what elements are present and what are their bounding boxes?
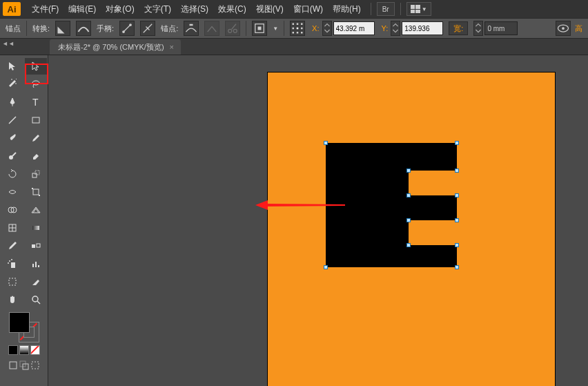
menu-view[interactable]: 视图(V) bbox=[252, 2, 288, 17]
anchor-point[interactable] bbox=[455, 168, 459, 173]
svg-rect-14 bbox=[293, 28, 295, 30]
bridge-button[interactable]: Br bbox=[377, 2, 395, 16]
close-icon[interactable]: × bbox=[170, 43, 174, 51]
canvas-area[interactable] bbox=[48, 55, 588, 386]
connect-anchor-button[interactable] bbox=[204, 21, 219, 36]
anchor-point[interactable] bbox=[406, 168, 411, 173]
svg-rect-25 bbox=[32, 117, 39, 123]
handle-show-button[interactable] bbox=[119, 21, 135, 36]
svg-rect-40 bbox=[11, 262, 15, 268]
menu-window[interactable]: 窗口(W) bbox=[289, 2, 327, 17]
color-mode-button[interactable] bbox=[8, 345, 18, 355]
document-tab-title: 未标题-2* @ 70% (CMYK/预览) bbox=[58, 42, 164, 52]
svg-point-41 bbox=[9, 260, 10, 262]
handle-hide-button[interactable] bbox=[140, 21, 155, 36]
direct-selection-tool[interactable] bbox=[25, 58, 47, 75]
draw-normal-button[interactable] bbox=[8, 360, 18, 370]
anchor-point[interactable] bbox=[406, 193, 411, 197]
draw-behind-button[interactable] bbox=[19, 360, 29, 370]
line-segment-tool[interactable] bbox=[1, 112, 23, 128]
y-input[interactable] bbox=[402, 21, 443, 35]
x-input[interactable] bbox=[333, 21, 375, 35]
reference-point-button[interactable] bbox=[290, 21, 305, 36]
convert-corner-button[interactable] bbox=[55, 21, 70, 36]
blob-brush-tool[interactable] bbox=[1, 148, 23, 164]
document-tab[interactable]: 未标题-2* @ 70% (CMYK/预览) × bbox=[50, 39, 181, 55]
menu-effect[interactable]: 效果(C) bbox=[214, 2, 251, 17]
menu-object[interactable]: 对象(O) bbox=[101, 2, 138, 17]
rectangle-tool[interactable] bbox=[25, 112, 47, 128]
anchor-point[interactable] bbox=[455, 265, 459, 269]
svg-rect-19 bbox=[301, 32, 303, 34]
width-tool[interactable] bbox=[1, 184, 23, 200]
zoom-tool[interactable] bbox=[25, 291, 47, 308]
svg-rect-45 bbox=[35, 262, 37, 267]
isolate-button[interactable] bbox=[252, 21, 267, 36]
hand-tool[interactable] bbox=[1, 291, 23, 308]
menu-type[interactable]: 文字(T) bbox=[140, 2, 175, 17]
symbol-sprayer-tool[interactable] bbox=[1, 255, 23, 272]
arrange-documents-button[interactable]: ▼ bbox=[406, 2, 431, 16]
anchor-point[interactable] bbox=[324, 141, 328, 145]
mesh-tool[interactable] bbox=[1, 220, 23, 236]
control-bar: 锚点 转换: 手柄: 锚点: ▼ X: bbox=[0, 18, 588, 39]
x-stepper[interactable] bbox=[322, 21, 332, 36]
svg-line-8 bbox=[232, 24, 236, 30]
y-stepper[interactable] bbox=[391, 21, 400, 36]
selection-tool[interactable] bbox=[1, 58, 23, 75]
svg-rect-17 bbox=[293, 32, 295, 34]
panel-collapse-icon[interactable]: ◄◄ bbox=[2, 40, 14, 47]
artboard-tool[interactable] bbox=[1, 273, 23, 290]
smooth-icon bbox=[77, 21, 90, 35]
x-position-group: X: bbox=[311, 21, 374, 36]
svg-rect-39 bbox=[37, 244, 40, 247]
connect-icon bbox=[205, 21, 219, 35]
cut-path-button[interactable] bbox=[225, 21, 240, 36]
width-label-button[interactable]: 宽: bbox=[449, 21, 468, 35]
svg-point-48 bbox=[32, 296, 38, 302]
anchor-point[interactable] bbox=[324, 265, 328, 269]
fill-swatch[interactable] bbox=[9, 312, 30, 333]
eyedropper-tool[interactable] bbox=[1, 238, 23, 254]
gradient-mode-button[interactable] bbox=[19, 345, 29, 355]
menu-select[interactable]: 选择(S) bbox=[177, 2, 213, 17]
draw-inside-button[interactable] bbox=[30, 360, 40, 370]
scale-tool[interactable] bbox=[25, 166, 47, 182]
blend-tool[interactable] bbox=[25, 238, 47, 254]
column-graph-tool[interactable] bbox=[25, 255, 47, 272]
pencil-tool[interactable] bbox=[25, 130, 47, 146]
shape-builder-tool[interactable] bbox=[1, 202, 23, 218]
selected-shape[interactable] bbox=[326, 143, 457, 267]
stroke-input[interactable] bbox=[484, 21, 518, 35]
remove-anchor-button[interactable] bbox=[184, 21, 199, 36]
anchor-point[interactable] bbox=[406, 243, 411, 247]
menu-file[interactable]: 文件(F) bbox=[28, 2, 63, 17]
menu-help[interactable]: 帮助(H) bbox=[329, 2, 365, 17]
eraser-tool[interactable] bbox=[25, 148, 47, 164]
svg-rect-11 bbox=[293, 23, 295, 26]
anchor-point[interactable] bbox=[455, 218, 459, 222]
free-transform-tool[interactable] bbox=[25, 184, 47, 200]
menu-edit[interactable]: 编辑(E) bbox=[64, 2, 100, 17]
tools-panel: T bbox=[0, 55, 48, 386]
pen-tool[interactable] bbox=[1, 94, 23, 110]
anchor-point[interactable] bbox=[455, 141, 459, 145]
slice-tool[interactable] bbox=[25, 273, 47, 290]
perspective-grid-tool[interactable] bbox=[25, 202, 47, 218]
align-stroke-button[interactable] bbox=[556, 21, 571, 36]
gradient-tool[interactable] bbox=[25, 220, 47, 236]
stroke-stepper[interactable] bbox=[473, 21, 483, 36]
convert-smooth-button[interactable] bbox=[76, 21, 91, 36]
lasso-tool[interactable] bbox=[25, 76, 47, 93]
anchor-point[interactable] bbox=[455, 193, 459, 197]
anchor-point[interactable] bbox=[406, 218, 411, 222]
fill-stroke-swatch[interactable] bbox=[9, 312, 39, 342]
reference-point-icon bbox=[291, 21, 304, 35]
magic-wand-tool[interactable] bbox=[1, 76, 23, 93]
type-tool[interactable]: T bbox=[25, 94, 47, 110]
handle-label: 手柄: bbox=[97, 23, 114, 34]
paintbrush-tool[interactable] bbox=[1, 130, 23, 146]
none-mode-button[interactable] bbox=[30, 345, 40, 355]
rotate-tool[interactable] bbox=[1, 166, 23, 182]
anchor-point[interactable] bbox=[455, 243, 459, 247]
